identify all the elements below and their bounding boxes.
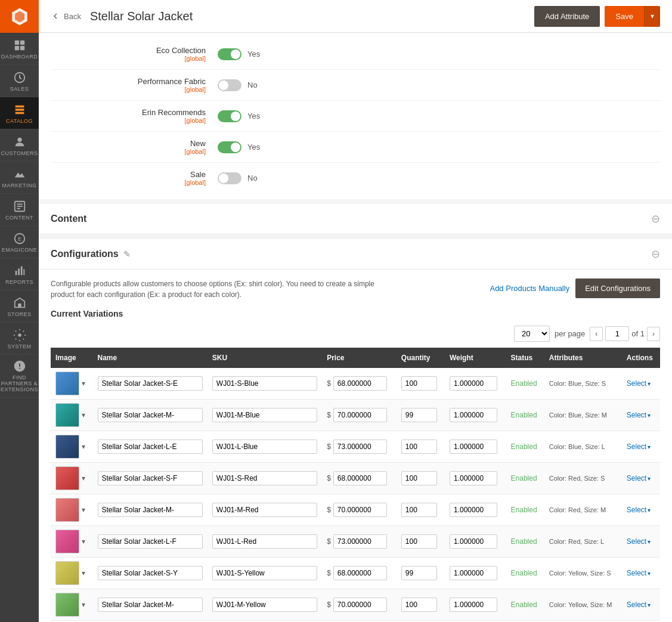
sku-input-3[interactable] (212, 471, 317, 485)
weight-input-4[interactable] (450, 503, 497, 517)
select-button-7[interactable]: Select ▾ (627, 601, 651, 609)
select-button-3[interactable]: Select ▾ (627, 474, 651, 482)
image-dropdown-3[interactable]: ▾ (82, 474, 85, 482)
weight-input-0[interactable] (450, 376, 497, 391)
image-dropdown-4[interactable]: ▾ (82, 506, 85, 514)
cell-sku-7 (208, 589, 322, 621)
image-dropdown-6[interactable]: ▾ (82, 569, 85, 577)
weight-input-6[interactable] (450, 566, 497, 580)
select-button-5[interactable]: Select ▾ (627, 537, 651, 546)
edit-configurations-button[interactable]: Edit Configurations (575, 278, 660, 298)
qty-input-1[interactable] (401, 408, 437, 422)
name-input-4[interactable] (98, 503, 203, 517)
next-page-button[interactable]: › (647, 327, 660, 341)
price-input-1[interactable] (333, 408, 387, 422)
sku-input-6[interactable] (212, 566, 317, 580)
field-row-erin: Erin Recommends [global] Yes (51, 101, 660, 132)
qty-input-4[interactable] (401, 503, 437, 517)
image-dropdown-7[interactable]: ▾ (82, 601, 85, 609)
sidebar-item-dashboard[interactable]: DASHBOARD (0, 33, 39, 65)
per-page-select[interactable]: 20 50 100 (514, 326, 550, 342)
qty-input-5[interactable] (401, 534, 437, 549)
page-input[interactable] (605, 326, 629, 341)
qty-input-6[interactable] (401, 566, 437, 580)
sidebar-item-marketing[interactable]: MARKETING (0, 162, 39, 194)
cell-price-1: $ (322, 400, 397, 431)
scrollable-content[interactable]: Eco Collection [global] Yes Performance … (39, 33, 672, 622)
weight-input-7[interactable] (450, 598, 497, 612)
name-input-5[interactable] (98, 534, 203, 549)
save-button[interactable]: Save (605, 6, 644, 27)
add-attribute-button[interactable]: Add Attribute (534, 6, 600, 27)
cell-sku-5 (208, 526, 322, 558)
price-input-3[interactable] (333, 471, 387, 485)
add-products-manually-button[interactable]: Add Products Manually (490, 284, 569, 293)
toggle-sale[interactable] (218, 172, 241, 184)
field-scope-fabric: [global] (51, 86, 206, 93)
name-input-1[interactable] (98, 408, 203, 422)
attributes-value-7: Color: Yellow, Size: M (549, 601, 612, 608)
sku-input-4[interactable] (212, 503, 317, 517)
product-image-5 (55, 530, 79, 553)
name-input-2[interactable] (98, 440, 203, 454)
sku-input-0[interactable] (212, 376, 317, 391)
sku-input-2[interactable] (212, 440, 317, 454)
name-input-0[interactable] (98, 376, 203, 391)
price-input-0[interactable] (333, 376, 387, 391)
sidebar-item-label: CUSTOMERS (1, 150, 38, 156)
save-dropdown-button[interactable]: ▾ (644, 6, 660, 27)
weight-input-2[interactable] (450, 440, 497, 454)
select-button-6[interactable]: Select ▾ (627, 569, 651, 577)
sku-input-1[interactable] (212, 408, 317, 422)
sku-input-7[interactable] (212, 598, 317, 612)
select-caret-1: ▾ (648, 412, 651, 419)
image-dropdown-1[interactable]: ▾ (82, 411, 85, 419)
sidebar-item-customers[interactable]: CUSTOMERS (0, 129, 39, 162)
price-input-6[interactable] (333, 566, 387, 580)
qty-input-2[interactable] (401, 440, 437, 454)
select-button-1[interactable]: Select ▾ (627, 411, 651, 419)
select-button-0[interactable]: Select ▾ (627, 379, 651, 388)
weight-input-5[interactable] (450, 534, 497, 549)
toggle-new[interactable] (218, 141, 241, 153)
prev-page-button[interactable]: ‹ (590, 327, 603, 341)
edit-title-icon[interactable]: ✎ (123, 249, 131, 259)
content-section-header[interactable]: Content ⊖ (39, 204, 672, 234)
product-image-3 (55, 466, 79, 490)
sidebar-item-stores[interactable]: STORES (0, 290, 39, 323)
sidebar-item-extensions[interactable]: FIND PARTNERS & EXTENSIONS (0, 355, 39, 398)
sidebar-item-sales[interactable]: SALES (0, 65, 39, 97)
toggle-fabric[interactable] (218, 79, 241, 91)
select-button-4[interactable]: Select ▾ (627, 506, 651, 514)
sku-input-5[interactable] (212, 534, 317, 549)
content-collapse-icon[interactable]: ⊖ (651, 212, 660, 225)
toggle-eco[interactable] (218, 48, 241, 60)
price-input-2[interactable] (333, 440, 387, 454)
back-button[interactable]: Back (51, 11, 81, 21)
weight-input-1[interactable] (450, 408, 497, 422)
qty-input-0[interactable] (401, 376, 437, 391)
qty-input-3[interactable] (401, 471, 437, 485)
image-dropdown-0[interactable]: ▾ (82, 379, 85, 388)
sidebar-item-catalog[interactable]: CATALOG (0, 97, 39, 129)
price-input-7[interactable] (333, 598, 387, 612)
price-input-4[interactable] (333, 503, 387, 517)
sidebar-item-emagicone[interactable]: E EMAGICONE (0, 226, 39, 258)
sidebar-item-content[interactable]: CONTENT (0, 194, 39, 226)
cell-status-5: Enabled (506, 526, 544, 558)
name-input-7[interactable] (98, 598, 203, 612)
qty-input-7[interactable] (401, 598, 437, 612)
image-dropdown-2[interactable]: ▾ (82, 442, 85, 451)
image-dropdown-5[interactable]: ▾ (82, 537, 85, 546)
sidebar-item-system[interactable]: SYSTEM (0, 323, 39, 355)
sidebar-logo[interactable] (0, 0, 39, 33)
name-input-6[interactable] (98, 566, 203, 580)
toggle-erin[interactable] (218, 110, 241, 122)
price-input-5[interactable] (333, 534, 387, 549)
sidebar-item-reports[interactable]: REPORTS (0, 258, 39, 290)
name-input-3[interactable] (98, 471, 203, 485)
field-scope-sale: [global] (51, 179, 206, 186)
weight-input-3[interactable] (450, 471, 497, 485)
select-button-2[interactable]: Select ▾ (627, 442, 651, 451)
configurations-collapse-icon[interactable]: ⊖ (651, 247, 660, 261)
